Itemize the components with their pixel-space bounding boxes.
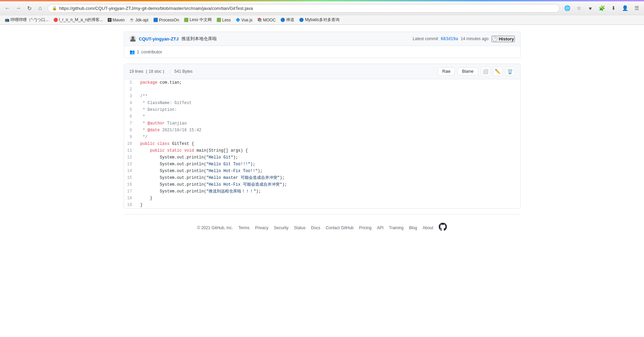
- pocket-button[interactable]: ♥: [586, 3, 595, 13]
- extensions-button[interactable]: 🧩: [597, 3, 607, 13]
- bookmark-icon: 🟩: [184, 18, 189, 22]
- latest-commit-label: Latest commit: [413, 36, 438, 41]
- blame-button[interactable]: Blame: [457, 67, 478, 75]
- bookmark-label: 禅道: [286, 17, 294, 23]
- page-footer: © 2021 GitHub, Inc. TermsPrivacySecurity…: [124, 214, 521, 241]
- contributor-bar: 👥 1 contributor: [124, 46, 520, 58]
- raw-button[interactable]: Raw: [438, 67, 455, 75]
- footer-link-terms[interactable]: Terms: [239, 225, 250, 230]
- line-number: 16: [124, 181, 138, 188]
- back-button[interactable]: ←: [3, 3, 12, 13]
- table-row: 7 * @author Tianjiao: [124, 120, 520, 127]
- footer-links: TermsPrivacySecurityStatusDocsContact Gi…: [239, 225, 433, 230]
- footer-link-security[interactable]: Security: [274, 225, 289, 230]
- bookmark-jdk[interactable]: ☕ Jdk-api: [127, 17, 151, 23]
- line-code: System.out.println("推送到远程仓库啦！！！");: [138, 188, 520, 195]
- table-row: 14 System.out.println("Hello Hot-Fix Too…: [124, 168, 520, 174]
- line-code: }: [138, 202, 520, 208]
- line-number: 4: [124, 100, 138, 106]
- line-code: * @date 2021/10/16 15:42: [138, 127, 520, 134]
- footer-link-pricing[interactable]: Pricing: [359, 225, 372, 230]
- bookmarks-bar: 📺 哔哩哔哩（°-°)つ口... 🔴 l_r_o_n_M_a_n的博客... 🅼…: [0, 15, 644, 24]
- footer-link-contact github[interactable]: Contact GitHub: [326, 225, 353, 230]
- commit-info-left: CQUT-yingyan-ZTJ 推送到本地仓库啦: [129, 35, 217, 42]
- bookmark-label: Less 中文网: [190, 17, 212, 23]
- table-row: 15 System.out.println("Hello master 可能会造…: [124, 174, 520, 181]
- bookmark-mybatis[interactable]: 🔵 Mybatis多对多查询: [297, 16, 341, 23]
- footer-link-about[interactable]: About: [422, 225, 433, 230]
- profile-button[interactable]: 👤: [620, 3, 630, 13]
- bookmark-maven[interactable]: 🅼 Maven: [106, 17, 127, 23]
- code-sloc: 18 sloc: [149, 69, 161, 74]
- table-row: 11 public static void main(String[] args…: [124, 147, 520, 154]
- commit-username[interactable]: CQUT-yingyan-ZTJ: [139, 36, 179, 41]
- footer-link-privacy[interactable]: Privacy: [255, 225, 268, 230]
- commit-time: 14 minutes ago: [461, 36, 489, 41]
- bookmark-zentao[interactable]: 🔵 禅道: [278, 16, 296, 23]
- bookmark-vuejs[interactable]: 🔷 Vue.js: [233, 17, 255, 23]
- line-code: */: [138, 134, 520, 140]
- bookmark-bilibili[interactable]: 📺 哔哩哔哩（°-°)つ口...: [3, 16, 51, 23]
- meta-separator: |: [170, 69, 171, 74]
- bookmark-icon: 🔷: [236, 18, 240, 22]
- footer-link-blog[interactable]: Blog: [409, 225, 417, 230]
- translate-button[interactable]: 🌐: [562, 3, 572, 13]
- bookmark-label: Mybatis多对多查询: [305, 17, 339, 23]
- line-number: 18: [124, 195, 138, 202]
- footer-link-api[interactable]: API: [377, 225, 383, 230]
- table-row: 19}: [124, 202, 520, 208]
- nav-buttons: ← → ↻ ⌂: [3, 3, 45, 13]
- line-code: *: [138, 113, 520, 120]
- browser-toolbar: ← → ↻ ⌂ 🔒 🌐 ☆ ♥ 🧩 ⬇ 👤 ☰: [0, 1, 644, 15]
- bookmark-mooc[interactable]: 📚 MOOC: [255, 17, 278, 23]
- download-button[interactable]: ⬇: [609, 3, 618, 13]
- bookmark-label: ProcessOn: [159, 18, 179, 22]
- bookmark-blog[interactable]: 🔴 l_r_o_n_M_a_n的博客...: [51, 16, 105, 23]
- line-number: 14: [124, 168, 138, 174]
- line-code: * ClassName: GitTest: [138, 100, 520, 106]
- bookmark-label: Jdk-api: [135, 18, 149, 22]
- page-content: CQUT-yingyan-ZTJ 推送到本地仓库啦 Latest commit …: [118, 25, 526, 248]
- table-row: 13 System.out.println("Hello Git Too!!!"…: [124, 161, 520, 168]
- bookmark-processon[interactable]: 🟦 ProcessOn: [151, 17, 181, 23]
- copyright: © 2021 GitHub, Inc.: [197, 225, 233, 230]
- line-code: System.out.println("Hello Git Too!!!");: [138, 161, 520, 168]
- table-row: 8 * @date 2021/10/16 15:42: [124, 127, 520, 134]
- delete-icon[interactable]: 🗑️: [505, 67, 515, 76]
- menu-button[interactable]: ☰: [632, 3, 641, 13]
- desktop-icon[interactable]: ⬜: [481, 67, 490, 76]
- commit-hash[interactable]: 683d19a: [441, 36, 458, 41]
- line-code: * @author Tianjiao: [138, 120, 520, 127]
- address-bar[interactable]: [59, 6, 555, 11]
- bookmark-icon: 📺: [5, 18, 10, 22]
- code-table: 1package com.tian;2 3/**4 * ClassName: G…: [124, 79, 520, 208]
- code-sloc-paren: (: [146, 69, 147, 74]
- bookmark-icon: 📚: [257, 18, 262, 22]
- table-row: 6 *: [124, 113, 520, 120]
- bookmark-less[interactable]: 🟩 Less: [214, 17, 233, 23]
- bookmark-icon: 🟩: [216, 18, 221, 22]
- bookmark-star-button[interactable]: ☆: [574, 3, 584, 13]
- footer-link-docs[interactable]: Docs: [311, 225, 320, 230]
- footer-link-status[interactable]: Status: [294, 225, 306, 230]
- home-button[interactable]: ⌂: [35, 3, 45, 13]
- table-row: 5 * Description:: [124, 106, 520, 113]
- line-number: 6: [124, 113, 138, 120]
- forward-button[interactable]: →: [14, 3, 23, 13]
- footer-link-training[interactable]: Training: [389, 225, 404, 230]
- bookmark-less-cn[interactable]: 🟩 Less 中文网: [182, 16, 214, 23]
- line-number: 12: [124, 154, 138, 161]
- bookmark-label: Less: [222, 18, 231, 22]
- contributor-count: 1: [137, 49, 139, 54]
- edit-icon[interactable]: ✏️: [493, 67, 503, 76]
- line-number: 3: [124, 93, 138, 100]
- bookmark-label: MOOC: [263, 18, 276, 22]
- table-row: 18 }: [124, 195, 520, 202]
- bookmark-icon: 🟦: [153, 18, 158, 22]
- refresh-button[interactable]: ↻: [24, 3, 34, 13]
- line-number: 2: [124, 86, 138, 93]
- line-number: 8: [124, 127, 138, 134]
- line-code: /**: [138, 93, 520, 100]
- history-button[interactable]: 🕐 History: [491, 36, 515, 42]
- line-number: 19: [124, 202, 138, 208]
